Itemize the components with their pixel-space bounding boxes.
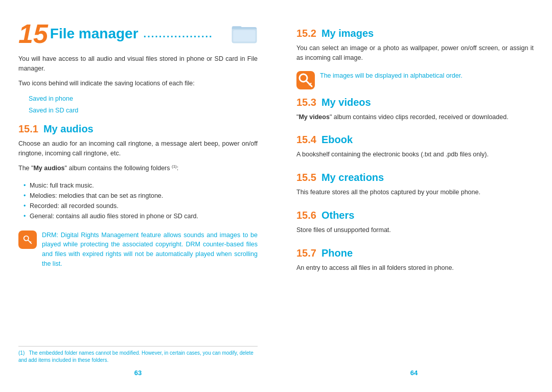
bullet-general: General: contains all audio files stored… — [24, 211, 258, 221]
section-15-4-number: 15.4 — [296, 134, 316, 146]
section-15-2-title: My images — [321, 28, 374, 39]
section-15-2-text: You can select an image or a photo as wa… — [296, 43, 534, 63]
section-15-1-heading: 15.1 My audios — [18, 123, 258, 135]
section-15-3-text: "My videos" album contains video clips r… — [296, 112, 534, 122]
drm-box: DRM: Digital Rights Management feature a… — [18, 230, 258, 269]
left-page-number: 63 — [134, 369, 142, 377]
drm-text: DRM: Digital Rights Management feature a… — [42, 230, 258, 269]
section-15-7-number: 15.7 — [296, 247, 316, 259]
saved-sd: Saved in SD card — [29, 105, 258, 117]
section-15-1-number: 15.1 — [18, 123, 38, 135]
svg-rect-3 — [233, 30, 255, 42]
left-page: 15 File manager .................. You w… — [0, 0, 276, 392]
footnote-super: (1) — [18, 350, 28, 356]
section-15-3-title: My videos — [321, 97, 371, 108]
section-15-1-text2: The "My audios" album contains the follo… — [18, 164, 258, 173]
folder-icon — [231, 20, 258, 47]
images-alpha-text: The images will be displayed in alphabet… — [320, 71, 463, 81]
section-15-5-title: My creations — [321, 172, 384, 183]
section-15-1-title: My audios — [43, 123, 94, 135]
saved-phone: Saved in phone — [29, 93, 258, 105]
audios-bullet-list: Music: full track music. Melodies: melod… — [24, 180, 258, 221]
footnote-text: The embedded folder names cannot be modi… — [18, 350, 254, 363]
section-15-7-heading: 15.7 Phone — [296, 247, 534, 259]
bullet-music: Music: full track music. — [24, 180, 258, 191]
key-icon — [22, 234, 33, 245]
images-info-icon — [296, 71, 315, 89]
chapter-header: 15 File manager .................. — [18, 20, 258, 47]
section-15-6-number: 15.6 — [296, 210, 316, 221]
footnote: (1) The embedded folder names cannot be … — [18, 346, 258, 364]
section-15-6-text: Store files of unsupported format. — [296, 225, 534, 235]
bullet-recorded: Recorded: all recorded sounds. — [24, 201, 258, 211]
right-page: 15.2 My images You can select an image o… — [276, 0, 552, 392]
section-15-3-number: 15.3 — [296, 97, 316, 108]
drm-icon — [18, 230, 37, 249]
section-15-2-number: 15.2 — [296, 28, 316, 39]
my-audios-bold: My audios — [33, 165, 64, 172]
section-15-7-text: An entry to access all files in all fold… — [296, 263, 534, 273]
section-15-3-heading: 15.3 My videos — [296, 97, 534, 108]
right-page-number: 64 — [410, 369, 418, 377]
section-15-1-text1: Choose an audio for an incoming call rin… — [18, 139, 258, 158]
section-15-5-heading: 15.5 My creations — [296, 172, 534, 183]
section-15-4-heading: 15.4 Ebook — [296, 134, 534, 146]
chapter-number: 15 — [18, 20, 48, 47]
intro-text2: Two icons behind will indicate the savin… — [18, 79, 258, 88]
images-info-box: The images will be displayed in alphabet… — [296, 71, 534, 89]
section-15-4-text: A bookshelf containing the electronic bo… — [296, 150, 534, 159]
key-icon-2 — [296, 71, 315, 89]
my-videos-bold: My videos — [298, 113, 329, 121]
section-15-4-title: Ebook — [321, 134, 353, 146]
section-15-6-title: Others — [321, 210, 354, 221]
section-15-5-text: This feature stores all the photos captu… — [296, 188, 534, 197]
section-15-7-title: Phone — [321, 247, 353, 259]
intro-text1: You will have access to all audio and vi… — [18, 54, 258, 74]
section-15-5-number: 15.5 — [296, 172, 316, 183]
chapter-dots: .................. — [144, 28, 231, 40]
section-15-2-heading: 15.2 My images — [296, 28, 534, 39]
chapter-title: File manager — [50, 26, 139, 42]
bullet-melodies: Melodies: melodies that can be set as ri… — [24, 191, 258, 201]
section-15-6-heading: 15.6 Others — [296, 210, 534, 221]
